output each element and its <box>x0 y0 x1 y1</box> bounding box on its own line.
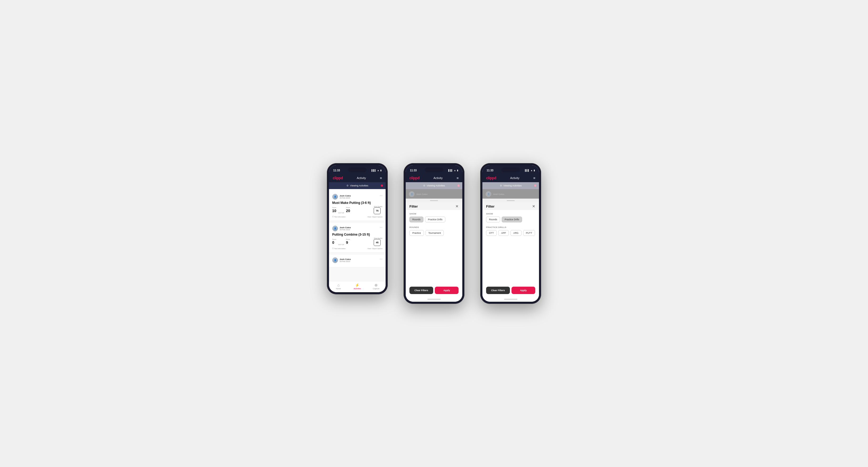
status-time-2: 11:33 <box>410 169 417 172</box>
shots-label-1: Shots <box>346 207 350 208</box>
filter-modal-2: Filter ✕ Show Rounds Practice Drills Rou… <box>406 198 462 298</box>
battery-icon-2: ▮ <box>457 169 458 172</box>
show-buttons-2: Rounds Practice Drills <box>409 217 459 222</box>
hamburger-2[interactable]: ≡ <box>457 176 459 180</box>
stats-row-1: Score 10 OUT OF Shots 20 Shot Quality 75 <box>332 206 382 214</box>
battery-icon: ▮ <box>380 169 381 172</box>
dynamic-island-2 <box>425 167 443 172</box>
user-info-3: 👤 Josh Coles 28 Feb 2023 <box>332 257 351 263</box>
logo-1: clippd <box>333 176 343 180</box>
viewing-bar-2: ⚙ Viewing Activities <box>406 182 462 189</box>
filter-footer-3: Clear Filters Apply <box>483 284 539 298</box>
apply-btn-3[interactable]: Apply <box>512 287 535 294</box>
filter-title-2: Filter <box>409 205 418 208</box>
viewing-bar-text-1: Viewing Activities <box>350 184 368 187</box>
user-date-1: 28 Feb 2023 <box>340 197 351 199</box>
filter-handle-2 <box>406 198 462 202</box>
rounds-btn-2[interactable]: Rounds <box>409 217 424 222</box>
viewing-bar-text-2: Viewing Activities <box>427 184 445 187</box>
sq-badge-2: 45 <box>374 239 380 246</box>
score-value-1: 10 <box>332 209 336 213</box>
avatar-3: 👤 <box>332 257 338 263</box>
wifi-icon-3: ▲ <box>530 169 533 172</box>
nav-home[interactable]: ⌂ Home <box>329 283 348 289</box>
practice-round-btn-2[interactable]: Practice <box>409 230 424 236</box>
card-footer-2: ⓘ Test Information Data: Clippd Capture <box>332 247 382 250</box>
rounds-label-2: Rounds <box>409 226 459 228</box>
header-title-2: Activity <box>433 176 443 180</box>
dimmed-card-3: 👤 Josh Coles <box>483 189 539 198</box>
rounds-btn-3[interactable]: Rounds <box>486 217 500 222</box>
signal-icon-3: ▌▌▌ <box>525 169 529 172</box>
header-title-1: Activity <box>357 176 366 180</box>
bottom-bar-3 <box>504 299 517 300</box>
filter-header-3: Filter ✕ <box>483 202 539 210</box>
hamburger-3[interactable]: ≡ <box>533 176 535 180</box>
dynamic-island-3 <box>501 167 520 172</box>
viewing-bar-1[interactable]: ⚙ Viewing Activities <box>329 182 385 189</box>
arg-btn-3[interactable]: ARG <box>510 230 522 236</box>
activity-title-2: Putting Combine (3-15 ft) <box>332 233 382 237</box>
activities-label: Activities <box>353 288 361 289</box>
data-text-2: Data: Clippd Capture <box>368 247 382 250</box>
app-header-3: clippd Activity ≡ <box>483 174 539 182</box>
filter-show-section-2: Show Rounds Practice Drills <box>409 213 459 222</box>
shot-quality-2: Shot Quality 45 <box>374 238 382 246</box>
filter-header-2: Filter ✕ <box>406 202 462 210</box>
phones-container: 11:33 ▌▌▌ ▲ ▮ clippd Activity ≡ ⚙ Viewin… <box>327 163 541 304</box>
header-title-3: Activity <box>510 176 520 180</box>
user-date-3: 28 Feb 2023 <box>340 260 351 262</box>
activity-content-1: 👤 Josh Coles 28 Feb 2023 ··· Must Make P… <box>329 191 385 281</box>
more-btn-3[interactable]: ··· <box>380 257 382 260</box>
avatar-2: 👤 <box>332 225 338 231</box>
phone-1: 11:33 ▌▌▌ ▲ ▮ clippd Activity ≡ ⚙ Viewin… <box>327 163 388 294</box>
apply-btn-2[interactable]: Apply <box>435 287 459 294</box>
app-header-2: clippd Activity ≡ <box>406 174 462 182</box>
hamburger-1[interactable]: ≡ <box>380 176 382 180</box>
show-label-2: Show <box>409 213 459 215</box>
dimmed-user-2: Josh Coles <box>416 193 428 195</box>
viewing-dot-1 <box>381 185 383 187</box>
more-btn-1[interactable]: ··· <box>380 194 382 197</box>
status-icons-3: ▌▌▌ ▲ ▮ <box>525 169 535 172</box>
shot-quality-1: Shot Quality 75 <box>374 206 382 214</box>
activity-card-3: 👤 Josh Coles 28 Feb 2023 ··· <box>329 255 385 267</box>
filter-body-3: Show Rounds Practice Drills Practice Dri… <box>483 210 539 284</box>
dimmed-user-3: Josh Coles <box>493 193 504 195</box>
viewing-bar-3: ⚙ Viewing Activities <box>483 182 539 189</box>
phone-3: 11:33 ▌▌▌ ▲ ▮ clippd Activity ≡ ⚙ Viewin… <box>480 163 541 304</box>
practice-drills-btn-3[interactable]: Practice Drills <box>502 217 522 222</box>
activity-card-2: 👤 Josh Coles 28 Feb 2023 ··· Putting Com… <box>329 223 385 253</box>
sq-label-2: Shot Quality <box>374 238 382 239</box>
filter-icon-1: ⚙ <box>346 184 348 187</box>
close-btn-2[interactable]: ✕ <box>456 204 459 208</box>
tournament-btn-2[interactable]: Tournament <box>426 230 444 236</box>
clear-filters-btn-2[interactable]: Clear Filters <box>409 287 433 294</box>
shots-value-1: 20 <box>346 209 350 213</box>
more-btn-2[interactable]: ··· <box>380 225 382 229</box>
filter-handle-3 <box>483 198 539 202</box>
practice-drills-btn-2[interactable]: Practice Drills <box>425 217 445 222</box>
viewing-dot-3 <box>534 185 536 187</box>
ott-btn-3[interactable]: OTT <box>486 230 497 236</box>
close-btn-3[interactable]: ✕ <box>532 204 535 208</box>
logo-3: clippd <box>486 176 496 180</box>
status-time-3: 11:33 <box>487 169 494 172</box>
putt-btn-3[interactable]: PUTT <box>523 230 535 236</box>
data-text-1: Data: Clippd Capture <box>368 216 382 218</box>
viewing-dot-2 <box>458 185 460 187</box>
filter-icon-3: ⚙ <box>500 184 502 187</box>
show-buttons-3: Rounds Practice Drills <box>486 217 535 222</box>
nav-activities[interactable]: ⚡ Activities <box>348 283 367 289</box>
home-label: Home <box>336 288 341 289</box>
filter-practice-drills-section-3: Practice Drills OTT APP ARG PUTT <box>486 226 535 236</box>
dynamic-island <box>348 167 367 172</box>
status-time-1: 11:33 <box>333 169 340 172</box>
nav-capture[interactable]: ⊕ Capture <box>367 283 385 289</box>
battery-icon-3: ▮ <box>534 169 535 172</box>
app-btn-3[interactable]: APP <box>498 230 509 236</box>
clear-filters-btn-3[interactable]: Clear Filters <box>486 287 510 294</box>
filter-icon-2: ⚙ <box>423 184 425 187</box>
filter-body-2: Show Rounds Practice Drills Rounds Pract… <box>406 210 462 284</box>
filter-show-section-3: Show Rounds Practice Drills <box>486 213 535 222</box>
